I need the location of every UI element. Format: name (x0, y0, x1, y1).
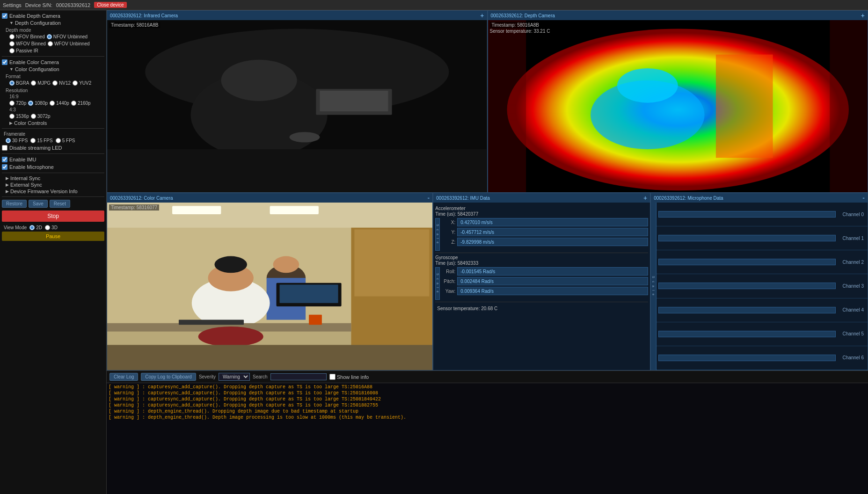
mjpg-radio[interactable] (31, 80, 36, 86)
depth-image (488, 20, 868, 192)
reset-button[interactable]: Reset (50, 200, 70, 208)
imu-sensor-temp: Sensor temperature: 20.68 C (435, 304, 648, 313)
enable-depth-camera-checkbox[interactable] (2, 13, 7, 19)
external-sync-label: External Sync (10, 182, 42, 188)
infrared-expand-button[interactable]: + (480, 12, 484, 19)
pause-button[interactable]: Pause (2, 232, 104, 241)
infrared-ts-value: 58016A8B (137, 22, 159, 28)
depth-config-expand[interactable]: ▼ Depth Configuration (2, 20, 104, 26)
disable-led-label: Disable streaming LED (9, 145, 62, 151)
5fps-radio[interactable] (56, 138, 61, 143)
3072p-radio[interactable] (31, 114, 36, 119)
copy-log-button[interactable]: Copy Log to Clipboard (141, 373, 196, 381)
color-config-expand[interactable]: ▼ Color Configuration (2, 66, 104, 73)
enable-depth-camera-row[interactable]: Enable Depth Camera (2, 12, 104, 20)
infrared-image (107, 20, 487, 192)
wfov-unbinned-row[interactable]: WFOV Unbinned (48, 41, 90, 46)
stop-button[interactable]: Stop (2, 211, 104, 222)
color-controls-expand[interactable]: ▶ Color Controls (2, 120, 104, 126)
gyro-time-value: 58492333 (458, 261, 479, 266)
sidebar: Enable Depth Camera ▼ Depth Configuratio… (0, 10, 107, 494)
svg-rect-14 (830, 20, 868, 192)
nfov-unbinned-row[interactable]: NFOV Unbinned (47, 34, 88, 39)
close-device-button[interactable]: Close device (94, 2, 126, 8)
log-line: [ warning ] : capturesync_add_capture().… (109, 396, 866, 402)
1536p-radio[interactable] (9, 114, 15, 119)
nv12-radio[interactable] (52, 80, 58, 86)
color-title: 000263392612: Color Camera (110, 196, 173, 201)
nfov-unbinned-radio[interactable] (47, 34, 52, 39)
1080p-label: 1080p (35, 101, 48, 106)
mic-ch4-row: Channel 4 (656, 298, 868, 322)
720p-radio[interactable] (9, 101, 15, 106)
3d-radio[interactable] (45, 225, 50, 230)
divider4 (2, 173, 104, 173)
1080p-radio[interactable] (28, 101, 33, 106)
svg-point-7 (290, 132, 320, 142)
1440p-radio[interactable] (50, 101, 55, 106)
internal-sync-expand[interactable]: ▶ Internal Sync (2, 175, 104, 182)
imu-expand-button[interactable]: + (643, 195, 647, 201)
mic-ch1-bar (658, 235, 836, 241)
enable-imu-checkbox[interactable] (2, 157, 7, 162)
severity-select[interactable]: Warning Error Info (219, 373, 250, 381)
show-line-info-row[interactable]: Show line info (329, 374, 369, 380)
color-expand-button[interactable]: - (428, 195, 430, 201)
wfov-unbinned-radio[interactable] (48, 41, 53, 46)
gyro-title: Gyroscope (435, 255, 648, 260)
wfov-binned-row[interactable]: WFOV Binned (9, 41, 46, 46)
gyro-pitch-bar: 0.002484 Rad/s (457, 277, 648, 285)
2160p-radio[interactable] (71, 101, 76, 106)
accel-readings: X: 0.427010 m/s/s Y: -0.457712 m/s/s (441, 218, 648, 251)
view-mode-label: View Mode (4, 225, 27, 230)
accel-time-label: Time (us): (435, 211, 456, 217)
external-sync-expand[interactable]: ▶ External Sync (2, 182, 104, 188)
depth-expand-button[interactable]: + (861, 12, 865, 19)
mic-ch0-row: Channel 0 (656, 203, 868, 226)
enable-color-camera-row[interactable]: Enable Color Camera (2, 58, 104, 66)
bgra-radio[interactable] (9, 80, 15, 86)
log-search-input[interactable] (270, 373, 327, 380)
5fps-label: 5 FPS (62, 138, 75, 143)
save-button[interactable]: Save (29, 200, 48, 208)
infrared-video-content: Timestamp: 58016A8B (107, 20, 487, 192)
nfov-binned-radio[interactable] (9, 34, 15, 39)
passive-ir-radio[interactable] (9, 48, 15, 53)
log-line: [ warning ] : capturesync_add_capture().… (109, 390, 866, 396)
disable-led-row[interactable]: Disable streaming LED (2, 144, 104, 152)
clear-log-button[interactable]: Clear Log (109, 373, 138, 381)
passive-ir-row[interactable]: Passive IR (9, 48, 38, 53)
wfov-binned-radio[interactable] (9, 41, 15, 46)
depth-video-content: Timestamp: 58016A8B Sensor temperature: … (488, 20, 868, 192)
15fps-radio[interactable] (30, 138, 36, 143)
enable-color-camera-checkbox[interactable] (2, 59, 7, 65)
firmware-expand[interactable]: ▶ Device Firmware Version Info (2, 188, 104, 195)
severity-label: Severity (199, 374, 216, 379)
depth-panel: 000263392612: Depth Camera + (488, 10, 868, 193)
show-line-info-checkbox[interactable] (329, 374, 336, 380)
yuv2-radio[interactable] (73, 80, 78, 86)
accel-y-row: Y: -0.457712 m/s/s (441, 228, 648, 236)
yuv2-label: YUV2 (79, 80, 91, 86)
depth-mode-group: NFOV Binned NFOV Unbinned (2, 34, 104, 39)
nfov-binned-row[interactable]: NFOV Binned (9, 34, 45, 39)
1536p-label: 1536p (16, 114, 29, 119)
color-timestamp: Timestamp: 58316077 (109, 204, 159, 211)
mic-ch2-label: Channel 2 (838, 260, 866, 265)
enable-microphone-row[interactable]: Enable Microphone (2, 163, 104, 171)
enable-microphone-checkbox[interactable] (2, 164, 7, 170)
restore-button[interactable]: Restore (2, 200, 27, 208)
accel-z-row: Z: -9.829998 m/s/s (441, 238, 648, 246)
enable-imu-row[interactable]: Enable IMU (2, 156, 104, 163)
divider1 (2, 56, 104, 57)
disable-led-checkbox[interactable] (2, 145, 7, 151)
res-4-3-label: 4:3 (2, 107, 104, 113)
accel-x-row: X: 0.427010 m/s/s (441, 218, 648, 226)
depth-title: 000263392612: Depth Camera (491, 13, 555, 18)
3072p-label: 3072p (37, 114, 51, 119)
2d-radio[interactable] (29, 225, 35, 230)
wfov-unbinned-label: WFOV Unbinned (54, 41, 90, 46)
mic-expand-button[interactable]: - (862, 195, 865, 201)
30fps-radio[interactable] (6, 138, 11, 143)
log-toolbar: Clear Log Copy Log to Clipboard Severity… (107, 371, 868, 383)
